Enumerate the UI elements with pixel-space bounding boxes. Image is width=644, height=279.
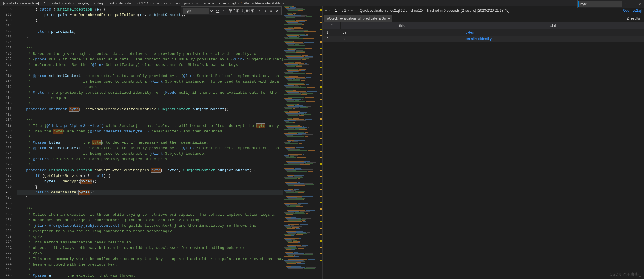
match-case-icon[interactable]: Aa [209,8,215,14]
code-line[interactable]: * lookup. [17,84,283,90]
results-dropdown[interactable]: #Quick_evaluation_of_predicate_isSink [324,15,392,22]
code-line[interactable]: * is being used to construct a {@link Su… [17,151,283,156]
breadcrumb-segment[interactable]: core [153,1,159,5]
table-row[interactable]: 2csserializedIdentity [323,36,644,42]
code-line[interactable]: * [17,134,283,140]
code-line[interactable]: bytes = decrypt(bytes); [17,179,283,184]
breadcrumb-segment[interactable]: org [195,1,199,5]
code-line[interactable]: * If a {@link #getCipherService() cipher… [17,123,283,129]
pager-prev-icon[interactable]: ‹ [329,8,330,13]
code-line[interactable]: /** [17,46,283,51]
code-line[interactable]: * [17,267,283,273]
code-line[interactable]: * [17,68,283,73]
find-bar[interactable]: Aa ab .* 第 ? 项, 共 94 项 ↑ ↓ ≡ ✕ [181,6,282,15]
code-line[interactable]: * @param e the exception that was thrown… [17,273,283,278]
code-line[interactable]: */ [17,101,283,107]
code-line[interactable]: * This method implementation never retur… [17,240,283,245]
code-line[interactable]: protected abstract byte[] getRememberedS… [17,107,283,112]
code-editor[interactable]: 3983994004014024034044054064074084094104… [0,6,323,279]
open-query-link[interactable]: Open cs2.ql [623,8,642,13]
find-next-icon[interactable]: ↓ [263,9,268,13]
code-line[interactable]: } [17,184,283,190]
code-line[interactable]: * debug message and forgets ('unremember… [17,217,283,223]
pager-total: / 1 [342,8,346,13]
code-line[interactable]: * @param bytes the bytes to decrypt if n… [17,140,283,145]
search-next-icon[interactable]: ↓ [630,6,636,7]
code-line[interactable]: /** [17,118,283,123]
breadcrumb-segment[interactable]: vstart [52,1,60,5]
breadcrumb-segment[interactable]: [shiro124 source archive] [3,1,39,5]
code-line[interactable]: return deserialize(bytes); [17,190,283,195]
code-line[interactable]: * This most commonly would be called whe… [17,256,283,262]
code-line[interactable]: } [17,18,283,23]
breadcrumb-segment[interactable]: daybyday [76,1,89,5]
result-link[interactable]: serializedIdentity [466,37,492,41]
breadcrumb-segment[interactable]: java [184,1,190,5]
search-close-icon[interactable]: ✕ [637,6,643,7]
find-close-icon[interactable]: ✕ [274,9,280,13]
code-line[interactable]: * Based on the given subject context dat… [17,51,283,57]
code-line[interactable]: */ [17,162,283,168]
result-link[interactable]: bytes [466,30,474,34]
find-prev-icon[interactable]: ↑ [257,9,263,13]
breadcrumb-segment[interactable]: mgt [230,1,236,5]
code-line[interactable]: * @param subjectContext the contextual d… [17,73,283,79]
pager-first-icon[interactable]: « [325,8,327,13]
breadcrumb-segment[interactable]: AbstractRememberMeMana... [244,1,287,5]
pager[interactable]: « ‹ / 1 › » [325,8,353,13]
code-line[interactable]: * Then the bytes are then {@link #deseri… [17,129,283,134]
pager-next-icon[interactable]: › [348,8,349,13]
code-line[interactable]: * Called when an exception is thrown whi… [17,212,283,217]
code-line[interactable]: } [17,195,283,201]
pager-last-icon[interactable]: » [351,8,353,13]
regex-icon[interactable]: .* [221,8,226,14]
code-line[interactable]: * implementation. See the {@link Subject… [17,62,283,68]
code-line[interactable]: return principals; [17,29,283,34]
code-line[interactable] [17,201,283,206]
top-search-bar[interactable]: ↑ ↓ ✕ [577,6,644,8]
code-line[interactable]: * Subject. [17,95,283,101]
code-line[interactable]: * is being used to construct a {@link Su… [17,79,283,84]
breadcrumb-segment[interactable]: main [173,1,180,5]
results-header-cell[interactable]: this [341,22,463,29]
minimap[interactable] [283,6,318,279]
find-selection-icon[interactable]: ≡ [268,9,274,13]
results-panel: ↑ ↓ ✕ « ‹ / 1 › » Quick evaluation of cs… [323,6,644,279]
code-line[interactable]: * exception to allow the calling compone… [17,229,283,234]
code-line[interactable]: * {@link #forgetIdentity(SubjectContext)… [17,223,283,229]
code-line[interactable]: * <p/> [17,234,283,240]
breadcrumb-segment[interactable]: shiro-shiro-root-1.2.4 [119,1,148,5]
code-line[interactable]: * {@code null} if there is no available … [17,57,283,62]
code-line[interactable]: } [17,34,283,40]
code-line[interactable] [17,23,283,29]
results-header-cell[interactable]: sink [463,22,644,29]
breadcrumb-segment[interactable]: shiro [219,1,226,5]
search-prev-icon[interactable]: ↑ [623,6,629,7]
results-header-cell[interactable]: # [323,22,341,29]
code-line[interactable]: * object - it always rethrows, but can b… [17,245,283,251]
breadcrumb-segment[interactable]: tools [64,1,71,5]
code-line[interactable]: * @return the de-serialized and possibly… [17,156,283,162]
code-line[interactable]: protected PrincipalCollection convertByt… [17,168,283,173]
code-content[interactable]: } catch (RuntimeException re) { principa… [17,6,283,279]
code-line[interactable]: * been encrypted with the previous key. [17,262,283,267]
code-line[interactable] [17,40,283,46]
find-count: 第 ? 项, 共 94 项 [229,8,254,13]
code-line[interactable]: if (getCipherService() != null) { [17,173,283,179]
code-line[interactable]: * @return the previously persisted seria… [17,90,283,95]
breadcrumb-segment[interactable]: apache [204,1,214,5]
code-line[interactable] [17,112,283,118]
code-line[interactable]: /** [17,206,283,212]
breadcrumb-segment[interactable]: src [164,1,168,5]
breadcrumb-segment[interactable]: Test [108,1,114,5]
whole-word-icon[interactable]: ab [215,8,221,14]
top-search-input[interactable] [578,6,622,7]
overview-ruler[interactable] [318,6,322,279]
code-line[interactable]: * <p/> [17,251,283,256]
code-line[interactable]: * @param subjectContext the contextual d… [17,145,283,151]
find-input[interactable] [183,8,209,14]
table-row[interactable]: 1csbytes [323,29,644,36]
pager-input[interactable] [332,8,341,13]
breadcrumb-segment[interactable]: A_ [44,1,47,5]
breadcrumb-segment[interactable]: codeql [94,1,103,5]
